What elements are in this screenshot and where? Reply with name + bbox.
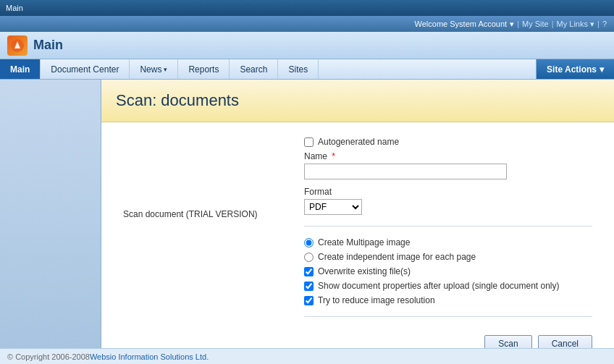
format-row: Format PDF TIFF JPEG — [304, 187, 592, 215]
name-input[interactable] — [304, 164, 507, 179]
scan-button[interactable]: Scan — [484, 335, 531, 348]
help-link[interactable]: ? — [602, 20, 607, 28]
tab-search[interactable]: Search — [230, 59, 278, 79]
autogenerated-checkbox[interactable] — [304, 137, 314, 147]
logo-bar: Main — [0, 32, 614, 59]
autogenerated-label: Autogenerated name — [318, 137, 399, 147]
welcome-dropdown[interactable]: ▾ — [510, 20, 514, 29]
footer-copyright: © Copyright 2006-2008 — [7, 352, 90, 361]
welcome-text: Welcome System Account — [415, 20, 508, 28]
top-bar: Welcome System Account ▾ | My Site | My … — [0, 16, 614, 32]
logo-icon — [7, 35, 28, 56]
overwrite-row: Overwrite existing file(s) — [304, 266, 592, 276]
name-row: Name * — [304, 151, 592, 179]
my-links-link[interactable]: My Links ▾ — [557, 20, 594, 29]
news-dropdown-arrow: ▾ — [164, 66, 167, 73]
tab-news[interactable]: News ▾ — [130, 59, 178, 79]
reduce-resolution-row: Try to reduce image resolution — [304, 295, 592, 305]
name-required-indicator: * — [329, 151, 335, 161]
radio-independent-label: Create independent image for each page — [318, 252, 476, 262]
tab-reports[interactable]: Reports — [178, 59, 230, 79]
my-site-link[interactable]: My Site — [522, 20, 549, 28]
divider-2 — [304, 316, 592, 317]
show-properties-row: Show document properties after upload (s… — [304, 281, 592, 291]
site-actions-arrow: ▾ — [600, 64, 604, 75]
radio-independent-row: Create independent image for each page — [304, 252, 592, 262]
page-title: Scan: documents — [116, 91, 600, 110]
sidebar — [0, 80, 101, 348]
autogenerated-row: Autogenerated name — [304, 137, 592, 147]
main-panel: Scan: documents Scan document (TRIAL VER… — [101, 80, 614, 348]
logo-title: Main — [33, 38, 63, 53]
show-properties-label: Show document properties after upload (s… — [318, 281, 560, 291]
window-title: Main — [6, 4, 23, 12]
footer-link[interactable]: Websio Information Solutions Ltd. — [90, 352, 209, 361]
site-actions-button[interactable]: Site Actions ▾ — [536, 59, 614, 79]
page-header: Scan: documents — [101, 80, 614, 122]
tab-document-center[interactable]: Document Center — [41, 59, 130, 79]
radio-multipage-row: Create Multipage image — [304, 237, 592, 247]
buttons-area: Scan Cancel — [304, 328, 592, 348]
form-area: Scan document (TRIAL VERSION) Autogenera… — [101, 122, 614, 348]
tab-main[interactable]: Main — [0, 59, 41, 79]
overwrite-label: Overwrite existing file(s) — [318, 266, 411, 276]
form-right: Autogenerated name Name * Format PDF TIF… — [304, 137, 592, 348]
show-properties-checkbox[interactable] — [304, 282, 314, 291]
tab-sites[interactable]: Sites — [278, 59, 319, 79]
radio-independent[interactable] — [304, 253, 314, 262]
overwrite-checkbox[interactable] — [304, 267, 314, 276]
title-bar: Main — [0, 0, 614, 16]
divider-1 — [304, 226, 592, 227]
nav-bar: Main Document Center News ▾ Reports Sear… — [0, 59, 614, 80]
radio-multipage[interactable] — [304, 238, 314, 247]
radio-multipage-label: Create Multipage image — [318, 237, 410, 247]
name-label: Name * — [304, 151, 592, 161]
reduce-resolution-label: Try to reduce image resolution — [318, 295, 435, 305]
form-section-label: Scan document (TRIAL VERSION) — [123, 137, 282, 348]
footer: © Copyright 2006-2008 Websio Information… — [0, 348, 614, 364]
content-wrapper: Scan: documents Scan document (TRIAL VER… — [0, 80, 614, 348]
cancel-button[interactable]: Cancel — [538, 335, 592, 348]
format-select[interactable]: PDF TIFF JPEG — [304, 199, 362, 215]
format-label: Format — [304, 187, 592, 197]
reduce-resolution-checkbox[interactable] — [304, 296, 314, 305]
